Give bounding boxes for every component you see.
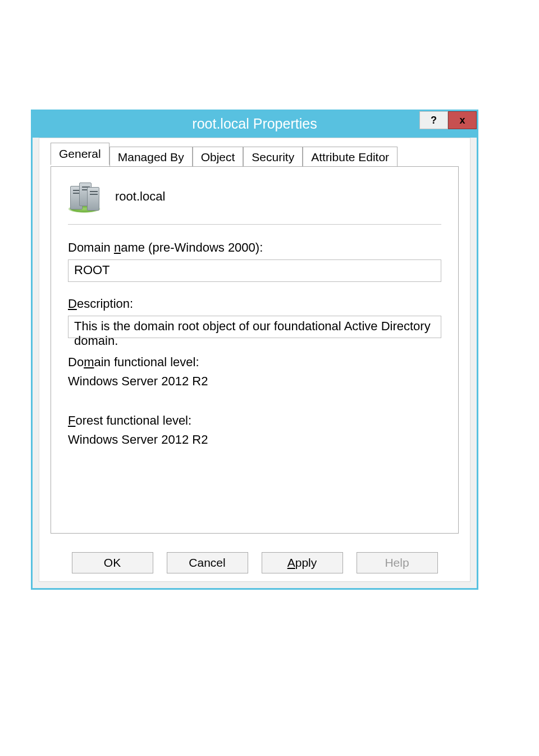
tab-attribute-editor[interactable]: Attribute Editor (303, 147, 398, 167)
tab-object[interactable]: Object (193, 147, 244, 167)
window-title: root.local Properties (33, 116, 477, 132)
pre2000-name-label: Domain name (pre-Windows 2000): (68, 240, 441, 255)
domain-functional-level-value: Windows Server 2012 R2 (68, 372, 441, 391)
help-icon: ? (431, 115, 437, 126)
domain-icon (68, 180, 101, 213)
domain-functional-level-label: Domain functional level: (68, 353, 441, 372)
close-icon: x (459, 115, 465, 126)
tabpage-general: root.local Domain name (pre-Windows 2000… (51, 166, 459, 534)
close-titlebar-button[interactable]: x (448, 111, 477, 129)
description-field[interactable]: This is the domain root object of our fo… (68, 316, 441, 338)
properties-dialog: root.local Properties ? x General Manage… (31, 110, 478, 590)
domain-display-name: root.local (115, 189, 165, 204)
tab-managed-by[interactable]: Managed By (109, 147, 193, 167)
tab-security[interactable]: Security (243, 147, 303, 167)
tab-general[interactable]: General (51, 143, 109, 165)
pre2000-name-field: ROOT (68, 259, 441, 282)
cancel-button[interactable]: Cancel (167, 552, 248, 573)
forest-functional-level-value: Windows Server 2012 R2 (68, 430, 441, 449)
separator (68, 224, 441, 225)
help-titlebar-button[interactable]: ? (419, 111, 448, 129)
titlebar-controls: ? x (419, 111, 477, 129)
tab-strip: General Managed By Object Security Attri… (51, 145, 459, 166)
ok-button[interactable]: OK (72, 552, 153, 573)
titlebar[interactable]: root.local Properties ? x (33, 111, 477, 138)
description-label: Description: (68, 297, 441, 311)
forest-functional-level-label: Forest functional level: (68, 411, 441, 430)
dialog-frame: General Managed By Object Security Attri… (39, 138, 471, 582)
dialog-buttons: OK Cancel Apply Help (39, 552, 470, 573)
apply-button[interactable]: Apply (262, 552, 343, 573)
help-button: Help (357, 552, 438, 573)
